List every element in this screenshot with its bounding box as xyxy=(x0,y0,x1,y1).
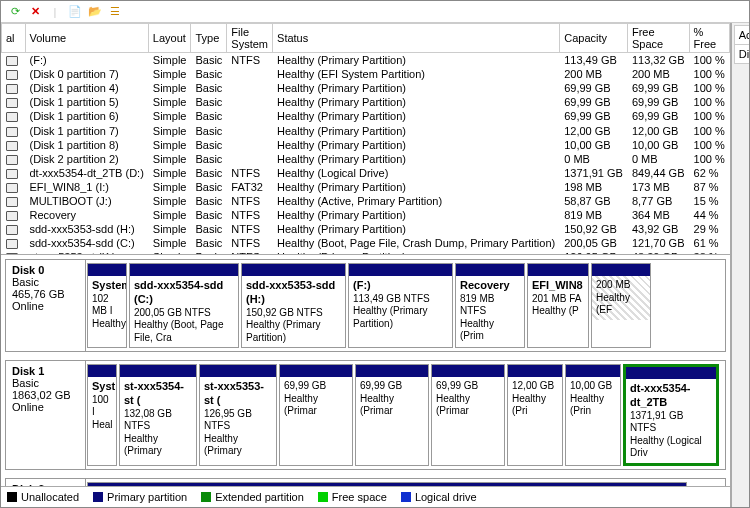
refresh-icon[interactable]: ⟳ xyxy=(7,4,23,20)
disk-graphical-view: Disk 0Basic465,76 GBOnlineSystem102 MB I… xyxy=(1,255,730,507)
disk-info[interactable]: Disk 0Basic465,76 GBOnline xyxy=(6,260,86,351)
table-row[interactable]: MULTIBOOT (J:)SimpleBasicNTFSHealthy (Ac… xyxy=(2,194,730,208)
toolbar: ⟳ ✕ | 📄 📂 ☰ xyxy=(1,1,749,23)
table-row[interactable]: dt-xxx5354-dt_2TB (D:)SimpleBasicNTFSHea… xyxy=(2,166,730,180)
partition[interactable]: 12,00 GBHealthy (Pri xyxy=(507,364,563,466)
separator: | xyxy=(47,4,63,20)
partition[interactable]: dt-xxx5354-dt_2TB1371,91 GB NTFSHealthy … xyxy=(623,364,719,466)
col-type[interactable]: Type xyxy=(191,24,227,53)
legend: UnallocatedPrimary partitionExtended par… xyxy=(1,486,730,507)
disk-info[interactable]: Disk 1Basic1863,02 GBOnline xyxy=(6,361,86,469)
table-row[interactable]: EFI_WIN8_1 (I:)SimpleBasicFAT32Healthy (… xyxy=(2,180,730,194)
table-row[interactable]: (Disk 1 partition 5)SimpleBasicHealthy (… xyxy=(2,95,730,109)
volume-icon xyxy=(6,127,18,137)
table-row[interactable]: sdd-xxx5353-sdd (H:)SimpleBasicNTFSHealt… xyxy=(2,222,730,236)
table-row[interactable]: (Disk 1 partition 8)SimpleBasicHealthy (… xyxy=(2,138,730,152)
table-row[interactable]: (Disk 1 partition 4)SimpleBasicHealthy (… xyxy=(2,81,730,95)
volume-icon xyxy=(6,211,18,221)
partition[interactable]: 69,99 GBHealthy (Primar xyxy=(279,364,353,466)
table-row[interactable]: (F:)SimpleBasicNTFSHealthy (Primary Part… xyxy=(2,53,730,68)
partition[interactable]: st-xxx5353-st (126,95 GB NTFSHealthy (Pr… xyxy=(199,364,277,466)
col-al[interactable]: al xyxy=(2,24,26,53)
volume-list[interactable]: alVolumeLayoutTypeFile SystemStatusCapac… xyxy=(1,23,730,255)
col-capacity[interactable]: Capacity xyxy=(560,24,628,53)
legend-item: Unallocated xyxy=(7,491,79,503)
partition[interactable]: Syst100 IHeal xyxy=(87,364,117,466)
actions-pane: Actio Disk xyxy=(731,23,750,507)
col-layout[interactable]: Layout xyxy=(148,24,191,53)
legend-item: Free space xyxy=(318,491,387,503)
table-row[interactable]: (Disk 0 partition 7)SimpleBasicHealthy (… xyxy=(2,67,730,81)
partition[interactable]: sdd-xxx5353-sdd (H:)150,92 GB NTFSHealth… xyxy=(241,263,346,348)
volume-icon xyxy=(6,84,18,94)
partition[interactable]: 69,99 GBHealthy (Primar xyxy=(355,364,429,466)
col-free[interactable]: % Free xyxy=(689,24,729,53)
partition[interactable]: sdd-xxx5354-sdd (C:)200,05 GB NTFSHealth… xyxy=(129,263,239,348)
volume-icon xyxy=(6,98,18,108)
disk-row: Disk 1Basic1863,02 GBOnlineSyst100 IHeal… xyxy=(5,360,726,470)
col-volume[interactable]: Volume xyxy=(25,24,148,53)
volume-icon xyxy=(6,112,18,122)
partition[interactable]: st-xxx5354-st (132,08 GB NTFSHealthy (Pr… xyxy=(119,364,197,466)
legend-item: Extended partition xyxy=(201,491,304,503)
disk-row: Disk 0Basic465,76 GBOnlineSystem102 MB I… xyxy=(5,259,726,352)
table-row[interactable]: (Disk 2 partition 2)SimpleBasicHealthy (… xyxy=(2,152,730,166)
legend-item: Logical drive xyxy=(401,491,477,503)
partition[interactable]: (F:)113,49 GB NTFSHealthy (Primary Parti… xyxy=(348,263,453,348)
volume-icon xyxy=(6,141,18,151)
volume-icon xyxy=(6,155,18,165)
open-icon[interactable]: 📂 xyxy=(87,4,103,20)
partition[interactable]: EFI_WIN8201 MB FAHealthy (P xyxy=(527,263,589,348)
partition[interactable]: 10,00 GBHealthy (Prin xyxy=(565,364,621,466)
partition[interactable]: System102 MB IHealthy xyxy=(87,263,127,348)
col-status[interactable]: Status xyxy=(273,24,560,53)
legend-item: Primary partition xyxy=(93,491,187,503)
partition[interactable]: 69,99 GBHealthy (Primar xyxy=(431,364,505,466)
table-row[interactable]: (Disk 1 partition 7)SimpleBasicHealthy (… xyxy=(2,123,730,137)
new-icon[interactable]: 📄 xyxy=(67,4,83,20)
partition[interactable]: Recovery819 MB NTFSHealthy (Prim xyxy=(455,263,525,348)
actions-item[interactable]: Disk xyxy=(734,45,750,64)
list-icon[interactable]: ☰ xyxy=(107,4,123,20)
volume-icon xyxy=(6,169,18,179)
table-row[interactable]: sdd-xxx5354-sdd (C:)SimpleBasicNTFSHealt… xyxy=(2,236,730,250)
partition[interactable]: 200 MBHealthy (EF xyxy=(591,263,651,348)
volume-icon xyxy=(6,183,18,193)
col-filesystem[interactable]: File System xyxy=(227,24,273,53)
volume-icon xyxy=(6,56,18,66)
col-freespace[interactable]: Free Space xyxy=(627,24,689,53)
volume-icon xyxy=(6,225,18,235)
table-row[interactable]: RecoverySimpleBasicNTFSHealthy (Primary … xyxy=(2,208,730,222)
actions-header: Actio xyxy=(734,25,750,45)
volume-icon xyxy=(6,239,18,249)
volume-icon xyxy=(6,70,18,80)
close-icon[interactable]: ✕ xyxy=(27,4,43,20)
volume-icon xyxy=(6,197,18,207)
table-row[interactable]: (Disk 1 partition 6)SimpleBasicHealthy (… xyxy=(2,109,730,123)
